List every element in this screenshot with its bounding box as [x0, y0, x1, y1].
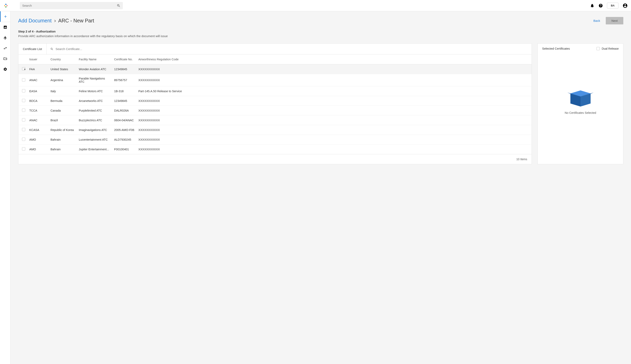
table-row[interactable]: EASAItalyFeline Motors ATC1B-318Part-145…	[18, 86, 532, 96]
cell-facility: Feline Motors ATC	[77, 86, 112, 96]
cell-cert_no: 1B-318	[112, 86, 136, 96]
empty-state-text: No Certificates Selected	[565, 111, 596, 114]
column-facility: Facility Name	[77, 54, 112, 64]
search-icon	[117, 4, 120, 8]
table-row[interactable]: ANACArgentinaParable Navigations ATC8975…	[18, 74, 532, 86]
airplane-icon	[3, 36, 7, 40]
cell-country: United States	[49, 64, 77, 74]
gear-icon	[3, 67, 7, 71]
main-content: Add Document › ARC - New Part Back Next …	[11, 11, 631, 364]
help-icon[interactable]	[598, 4, 603, 8]
empty-state: No Certificates Selected	[538, 54, 623, 148]
certificate-list-tab: Certificate List	[18, 44, 47, 54]
cell-country: Italy	[49, 86, 77, 96]
cell-facility: Lucentertainment ATC	[77, 135, 112, 144]
cell-issuer: FAA	[27, 64, 49, 74]
cell-country: Canada	[49, 106, 77, 116]
cell-issuer: EASA	[27, 86, 49, 96]
breadcrumb: Add Document › ARC - New Part	[18, 18, 94, 24]
cell-issuer: AMO	[27, 135, 49, 144]
cell-country: Argentina	[49, 74, 77, 86]
column-cert-no: Certificate No.	[112, 54, 136, 64]
sidebar-item-settings[interactable]	[0, 64, 10, 74]
row-checkbox[interactable]	[22, 99, 25, 102]
cell-issuer: BDCA	[27, 96, 49, 106]
global-search[interactable]	[20, 2, 123, 9]
breadcrumb-link[interactable]: Add Document	[18, 18, 52, 24]
row-checkbox[interactable]	[22, 108, 25, 112]
dual-release-checkbox[interactable]	[596, 47, 600, 50]
cell-country: Bahrain	[49, 135, 77, 144]
svg-rect-1	[4, 27, 5, 28]
back-button[interactable]: Back	[591, 17, 602, 24]
notifications-icon[interactable]	[590, 4, 594, 8]
cell-reg_code: XXXXXXXXXXX	[136, 144, 532, 154]
selected-certificates-panel: Selected Certificates Dual Release No	[537, 44, 623, 164]
cell-reg_code: XXXXXXXXXXX	[136, 125, 532, 135]
row-checkbox[interactable]	[22, 89, 25, 92]
svg-rect-2	[5, 27, 6, 28]
certificate-search-input[interactable]	[56, 47, 528, 51]
sidebar-item-dashboard[interactable]	[0, 22, 10, 32]
cell-reg_code: XXXXXXXXXXX	[136, 116, 532, 125]
cell-issuer: KCASA	[27, 125, 49, 135]
account-icon[interactable]	[622, 3, 628, 8]
cell-facility: Jupiter Entertainment...	[77, 144, 112, 154]
row-checkbox[interactable]	[22, 147, 25, 150]
certificate-table: Issuer Country Facility Name Certificate…	[18, 54, 532, 154]
table-row[interactable]: BDCABermudaArcanetworks ATC12349845XXXXX…	[18, 96, 532, 106]
step-title: Step 2 of 4 - Authorization	[18, 30, 623, 33]
cell-facility: Arcanetworks ATC	[77, 96, 112, 106]
certificate-search[interactable]	[47, 47, 532, 51]
step-description: Provide ARC authorization information in…	[18, 34, 623, 38]
sidebar-item-transfer[interactable]	[0, 43, 10, 54]
chevron-right-icon: ›	[54, 18, 56, 24]
cell-country: Brazil	[49, 116, 77, 125]
user-initials-button[interactable]: BA	[607, 2, 618, 8]
table-row[interactable]: KCASARepublic of KoreaImaginavigations A…	[18, 125, 532, 135]
cell-issuer: TCCA	[27, 106, 49, 116]
cell-facility: Purplelimited ATC	[77, 106, 112, 116]
cell-cert_no: ALD7930245	[112, 135, 136, 144]
search-icon	[50, 48, 54, 51]
row-checkbox[interactable]	[22, 138, 25, 141]
table-row[interactable]: ANACBrazilBuzzylectrics ATC0604-04/ANACX…	[18, 116, 532, 125]
table-footer-count: 10 Items	[18, 154, 532, 164]
selected-certificates-title: Selected Certificates	[542, 47, 570, 50]
cell-cert_no: 12349845	[112, 64, 136, 74]
cell-country: Bermuda	[49, 96, 77, 106]
folder-icon	[3, 57, 7, 61]
table-row[interactable]: AMOBahrainJupiter Entertainment...F00100…	[18, 144, 532, 154]
left-sidebar	[0, 11, 11, 364]
plus-icon	[4, 14, 8, 18]
cell-reg_code: XXXXXXXXXXX	[136, 74, 532, 86]
svg-rect-3	[6, 27, 6, 28]
row-checkbox[interactable]	[22, 128, 25, 131]
cell-reg_code: XXXXXXXXXXX	[136, 96, 532, 106]
cell-issuer: ANAC	[27, 74, 49, 86]
table-row[interactable]: TCCACanadaPurplelimited ATCDALR026AXXXXX…	[18, 106, 532, 116]
chart-icon	[3, 25, 7, 29]
sidebar-item-add[interactable]	[0, 11, 10, 22]
cell-cert_no: 89756757	[112, 74, 136, 86]
breadcrumb-current: ARC - New Part	[58, 18, 94, 24]
column-country: Country	[49, 54, 77, 64]
cell-country: Republic of Korea	[49, 125, 77, 135]
next-button[interactable]: Next	[606, 17, 623, 24]
sidebar-item-folder[interactable]	[0, 54, 10, 64]
swap-icon	[3, 46, 7, 50]
empty-box-icon	[567, 87, 594, 108]
cell-facility: Buzzylectrics ATC	[77, 116, 112, 125]
table-row[interactable]: AMOBahrainLucentertainment ATCALD7930245…	[18, 135, 532, 144]
row-checkbox[interactable]	[22, 78, 25, 82]
row-checkbox[interactable]	[22, 118, 25, 122]
cell-reg_code: Part-145.A.50 Release to Service	[136, 86, 532, 96]
cell-cert_no: 2005-AMO-F06	[112, 125, 136, 135]
global-search-input[interactable]	[22, 4, 115, 7]
app-logo	[3, 3, 9, 8]
top-header: BA	[0, 0, 631, 11]
table-row[interactable]: FAAUnited StatesWonder Aviation ATC12349…	[18, 64, 532, 74]
sidebar-item-aviation[interactable]	[0, 32, 10, 43]
cell-facility: Imaginavigations ATC	[77, 125, 112, 135]
cell-facility: Parable Navigations ATC	[77, 74, 112, 86]
